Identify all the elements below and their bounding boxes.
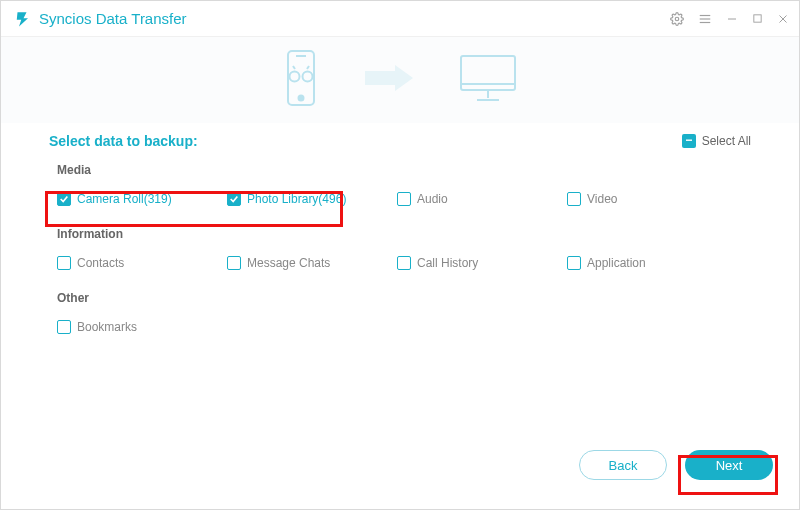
svg-rect-5 — [754, 15, 761, 22]
window-controls — [670, 12, 789, 26]
row-information: Contacts Message Chats Call History Appl… — [49, 247, 751, 279]
minimize-icon[interactable] — [726, 13, 738, 25]
app-title: Syncios Data Transfer — [39, 10, 187, 27]
phone-android-icon — [281, 49, 321, 111]
svg-point-9 — [299, 96, 304, 101]
option-camera-roll[interactable]: Camera Roll(319) — [57, 192, 227, 206]
select-all-control[interactable]: − Select All — [682, 134, 751, 148]
label-contacts: Contacts — [77, 256, 124, 270]
select-all-checkbox-partial[interactable]: − — [682, 134, 696, 148]
section-header-other: Other — [57, 291, 751, 305]
monitor-icon — [457, 52, 519, 108]
back-button[interactable]: Back — [579, 450, 667, 480]
label-video: Video — [587, 192, 617, 206]
svg-point-0 — [675, 17, 679, 21]
checkbox-application[interactable] — [567, 256, 581, 270]
section-header-information: Information — [57, 227, 751, 241]
prompt-row: Select data to backup: − Select All — [49, 133, 751, 149]
checkbox-bookmarks[interactable] — [57, 320, 71, 334]
option-contacts[interactable]: Contacts — [57, 256, 227, 270]
checkbox-camera-roll[interactable] — [57, 192, 71, 206]
svg-marker-13 — [365, 65, 413, 91]
content-area: Select data to backup: − Select All Medi… — [1, 123, 799, 439]
label-application: Application — [587, 256, 646, 270]
svg-point-12 — [303, 72, 313, 82]
label-message-chats: Message Chats — [247, 256, 330, 270]
label-bookmarks: Bookmarks — [77, 320, 137, 334]
option-application[interactable]: Application — [567, 256, 737, 270]
checkbox-call-history[interactable] — [397, 256, 411, 270]
section-header-media: Media — [57, 163, 751, 177]
menu-icon[interactable] — [698, 12, 712, 26]
close-icon[interactable] — [777, 13, 789, 25]
checkbox-message-chats[interactable] — [227, 256, 241, 270]
select-all-label: Select All — [702, 134, 751, 148]
next-button[interactable]: Next — [685, 450, 773, 480]
row-other: Bookmarks — [49, 311, 751, 343]
svg-point-11 — [290, 72, 300, 82]
gear-icon[interactable] — [670, 12, 684, 26]
select-data-prompt: Select data to backup: — [49, 133, 198, 149]
label-call-history: Call History — [417, 256, 478, 270]
checkbox-video[interactable] — [567, 192, 581, 206]
label-camera-roll: Camera Roll(319) — [77, 192, 172, 206]
option-photo-library[interactable]: Photo Library(496) — [227, 192, 397, 206]
option-message-chats[interactable]: Message Chats — [227, 256, 397, 270]
option-audio[interactable]: Audio — [397, 192, 567, 206]
label-photo-library: Photo Library(496) — [247, 192, 346, 206]
next-button-label: Next — [716, 458, 743, 473]
device-flow-row — [1, 37, 799, 123]
checkbox-audio[interactable] — [397, 192, 411, 206]
title-bar: Syncios Data Transfer — [1, 1, 799, 37]
arrow-right-icon — [361, 63, 417, 97]
label-audio: Audio — [417, 192, 448, 206]
checkbox-photo-library[interactable] — [227, 192, 241, 206]
footer: Back Next — [1, 439, 799, 509]
option-call-history[interactable]: Call History — [397, 256, 567, 270]
option-bookmarks[interactable]: Bookmarks — [57, 320, 227, 334]
option-video[interactable]: Video — [567, 192, 737, 206]
app-window: Syncios Data Transfer — [0, 0, 800, 510]
maximize-icon[interactable] — [752, 13, 763, 24]
row-media: Camera Roll(319) Photo Library(496) Audi… — [49, 183, 751, 215]
back-button-label: Back — [609, 458, 638, 473]
app-logo-icon — [13, 10, 31, 28]
checkbox-contacts[interactable] — [57, 256, 71, 270]
